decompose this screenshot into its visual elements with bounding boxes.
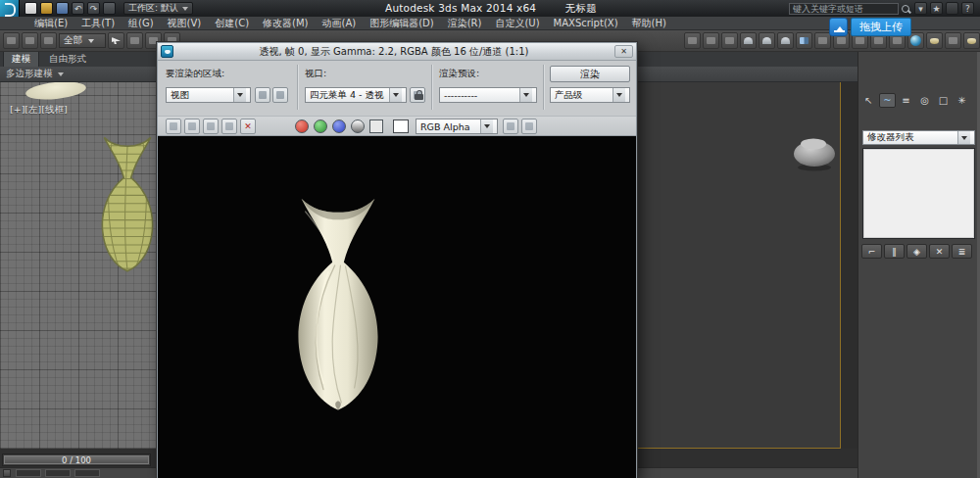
copy-image-icon[interactable] (184, 119, 200, 134)
tab-hierarchy-icon[interactable]: ≡ (898, 93, 914, 108)
channel-display-dropdown[interactable]: RGB Alpha (416, 119, 498, 134)
modifier-stack-list[interactable] (862, 148, 975, 239)
menu-create[interactable]: 创建(C) (208, 17, 256, 30)
viewport-label[interactable]: [+][左][线框] (10, 104, 68, 117)
render-production-icon[interactable] (963, 32, 980, 49)
polygon-modeling-panel-label[interactable]: 多边形建模 (6, 68, 53, 80)
ribbon-tab-freeform[interactable]: 自由形式 (41, 52, 94, 67)
help-icon[interactable]: ? (961, 2, 974, 15)
coordinate-y-field[interactable] (45, 469, 71, 477)
unlink-selection-icon[interactable] (22, 32, 38, 49)
pin-stack-button[interactable]: ⌐ (861, 244, 882, 259)
tab-modify-icon[interactable]: ~ (879, 93, 896, 108)
render-quality-dropdown[interactable]: 产品级 (550, 87, 630, 103)
show-end-result-button[interactable]: ‖ (884, 244, 905, 259)
search-input[interactable] (789, 3, 899, 15)
snaps-toggle-icon[interactable] (740, 32, 757, 49)
select-and-rotate-icon[interactable] (703, 32, 719, 49)
selection-lock-icon[interactable] (3, 469, 11, 477)
drag-upload-button[interactable]: 拖拽上传 (851, 18, 911, 36)
tab-motion-icon[interactable]: ◎ (916, 93, 933, 108)
new-scene-icon[interactable] (24, 2, 37, 15)
undo-icon[interactable]: ↶ (72, 2, 84, 15)
time-slider-track[interactable]: 0 / 100 (2, 454, 151, 466)
menu-graph-editors[interactable]: 图形编辑器(D) (363, 17, 441, 30)
scene-object-gray[interactable] (790, 133, 839, 172)
redo-icon[interactable]: ↷ (87, 2, 100, 15)
auto-region-button[interactable] (272, 87, 288, 103)
menu-help[interactable]: 帮助(H) (625, 17, 673, 30)
workspace-selector[interactable]: 工作区: 默认 (123, 2, 193, 15)
favorites-star-icon[interactable]: ★ (930, 2, 943, 15)
menu-edit[interactable]: 编辑(E) (27, 17, 74, 30)
select-and-scale-icon[interactable] (721, 32, 738, 49)
save-image-icon[interactable] (166, 119, 181, 134)
sign-in-icon[interactable] (946, 2, 958, 15)
upload-cloud-icon[interactable] (829, 18, 848, 36)
menu-views[interactable]: 视图(V) (161, 17, 209, 30)
render-setup-icon[interactable] (926, 32, 943, 49)
tab-display-icon[interactable]: □ (935, 93, 952, 108)
rfw-close-button[interactable]: ✕ (614, 45, 633, 58)
chevron-down-icon (480, 120, 493, 133)
layers-icon[interactable] (503, 119, 518, 134)
rendered-frame-window-icon[interactable] (945, 32, 961, 49)
search-icon[interactable] (902, 5, 909, 13)
mirror-icon[interactable] (796, 32, 812, 49)
application-menu-button[interactable] (0, 0, 20, 17)
save-file-icon[interactable] (56, 2, 69, 15)
channel-display-value: RGB Alpha (420, 121, 470, 132)
lock-to-viewport-button[interactable] (410, 87, 425, 103)
print-image-icon[interactable] (221, 119, 237, 134)
angle-snap-icon[interactable] (759, 32, 775, 49)
select-object-icon[interactable] (108, 32, 124, 49)
lock-icon (415, 94, 423, 100)
tab-utilities-icon[interactable]: ✳ (954, 93, 970, 108)
ribbon-tab-modeling[interactable]: 建模 (3, 51, 39, 67)
rfw-title-bar[interactable]: 透视, 帧 0, 显示 Gamma: 2.2, RGBA 颜色 16 位/通道 … (158, 43, 636, 61)
clear-image-icon[interactable]: ✕ (240, 119, 256, 134)
clone-window-icon[interactable] (203, 119, 219, 134)
menu-maxscript[interactable]: MAXScript(X) (547, 17, 625, 30)
coordinate-z-field[interactable] (74, 469, 100, 477)
render-preset-dropdown[interactable]: ---------- (439, 87, 537, 103)
menu-customize[interactable]: 自定义(U) (488, 17, 546, 30)
rfw-viewport-dropdown[interactable]: 四元菜单 4 - 透视 (305, 87, 407, 103)
configure-modifier-sets-button[interactable]: ≣ (952, 244, 972, 259)
render-quality-value: 产品级 (555, 89, 583, 102)
viewport-perspective[interactable] (637, 82, 841, 449)
open-file-icon[interactable] (40, 2, 53, 15)
percent-snap-icon[interactable] (777, 32, 794, 49)
tab-create-icon[interactable]: ↖ (860, 93, 877, 108)
remove-modifier-button[interactable]: ✕ (929, 244, 950, 259)
green-channel-toggle[interactable] (314, 120, 327, 133)
divider (297, 65, 299, 110)
alpha-channel-toggle[interactable] (369, 120, 383, 133)
menu-animation[interactable]: 动画(A) (316, 17, 364, 30)
project-folder-icon[interactable] (103, 2, 116, 15)
select-and-link-icon[interactable] (3, 32, 20, 49)
modifier-list-dropdown[interactable]: 修改器列表 (862, 130, 975, 145)
menu-tools[interactable]: 工具(T) (74, 17, 122, 30)
make-unique-button[interactable]: ◈ (906, 244, 927, 259)
caret-down-icon[interactable]: ▾ (914, 2, 927, 15)
select-and-move-icon[interactable] (684, 32, 701, 49)
edit-region-button[interactable] (255, 87, 270, 103)
bind-to-space-warp-icon[interactable] (40, 32, 57, 49)
area-to-render-dropdown[interactable]: 视图 (166, 87, 251, 103)
menu-rendering[interactable]: 渲染(R) (441, 17, 489, 30)
select-by-name-icon[interactable] (126, 32, 143, 49)
menu-group[interactable]: 组(G) (122, 17, 161, 30)
viewport-divider[interactable] (841, 82, 858, 478)
menu-modifiers[interactable]: 修改器(M) (256, 17, 315, 30)
coordinate-x-field[interactable] (16, 469, 41, 477)
split-channels-icon[interactable] (521, 119, 537, 134)
monochrome-toggle[interactable] (351, 120, 365, 133)
red-channel-toggle[interactable] (295, 120, 309, 133)
background-color-swatch[interactable] (393, 120, 409, 133)
time-slider-button[interactable]: 0 / 100 (4, 455, 149, 464)
selection-filter-dropdown[interactable]: 全部 (59, 33, 106, 48)
blue-channel-toggle[interactable] (332, 120, 346, 133)
shaded-object-fragment[interactable] (24, 79, 86, 102)
render-button[interactable]: 渲染 (550, 66, 630, 82)
